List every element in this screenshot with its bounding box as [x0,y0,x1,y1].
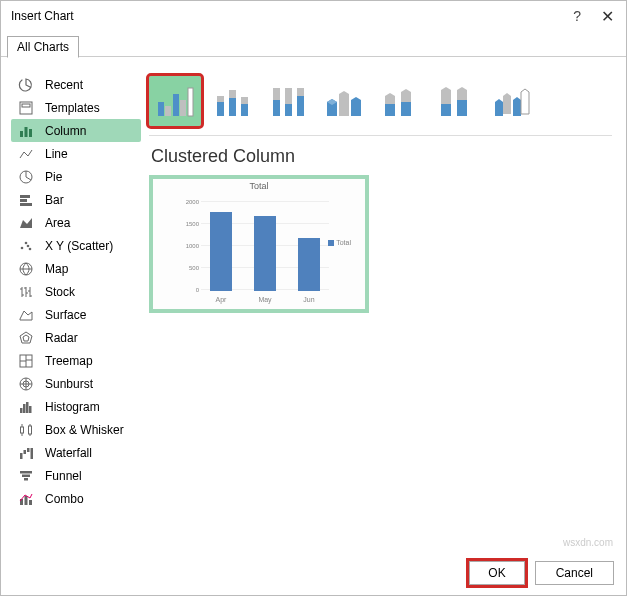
map-icon [17,260,35,278]
tabstrip: All Charts [1,31,626,57]
sidebar-item-line[interactable]: Line [11,142,141,165]
svg-rect-20 [23,404,26,413]
sidebar-item-histogram[interactable]: Histogram [11,395,141,418]
svg-rect-30 [22,474,30,477]
sidebar-item-funnel[interactable]: Funnel [11,464,141,487]
sidebar-item-label: Column [45,124,86,138]
svg-rect-40 [217,102,224,116]
sidebar-item-label: Radar [45,331,78,345]
svg-rect-42 [229,98,236,116]
subtype-stacked-column[interactable] [205,76,257,126]
sidebar-item-label: Area [45,216,70,230]
cancel-button[interactable]: Cancel [535,561,614,585]
svg-rect-33 [25,496,28,505]
sidebar-item-box-whisker[interactable]: Box & Whisker [11,418,141,441]
sidebar-item-label: Map [45,262,68,276]
tab-all-charts[interactable]: All Charts [7,36,79,58]
svg-rect-49 [285,88,292,104]
bar-jun [298,238,320,291]
svg-rect-29 [20,471,32,474]
sidebar-item-label: Recent [45,78,83,92]
histogram-icon [17,398,35,416]
svg-rect-6 [20,195,30,198]
svg-point-11 [29,247,32,250]
treemap-icon [17,352,35,370]
sidebar-item-label: Waterfall [45,446,92,460]
sidebar-item-column[interactable]: Column [11,119,141,142]
subtype-100-stacked-column[interactable] [261,76,313,126]
dialog-title: Insert Chart [11,9,573,23]
bar-may [254,216,276,291]
svg-rect-24 [29,426,32,434]
sidebar-item-label: Sunburst [45,377,93,391]
svg-rect-7 [20,199,27,202]
templates-icon [17,99,35,117]
sidebar-item-recent[interactable]: Recent [11,73,141,96]
sidebar-item-area[interactable]: Area [11,211,141,234]
svg-rect-2 [20,131,23,137]
ok-button[interactable]: OK [469,561,524,585]
sidebar-item-waterfall[interactable]: Waterfall [11,441,141,464]
bars [201,201,329,291]
sidebar-item-stock[interactable]: Stock [11,280,141,303]
sidebar-item-label: X Y (Scatter) [45,239,113,253]
sidebar-item-label: Line [45,147,68,161]
svg-rect-36 [165,106,171,116]
svg-rect-34 [29,500,32,505]
sidebar-item-bar[interactable]: Bar [11,188,141,211]
subtype-3d-clustered-column[interactable] [317,76,369,126]
svg-rect-43 [229,90,236,98]
sidebar-item-label: Combo [45,492,84,506]
svg-rect-51 [297,88,304,96]
svg-rect-50 [297,96,304,116]
sidebar-item-scatter[interactable]: X Y (Scatter) [11,234,141,257]
funnel-icon [17,467,35,485]
svg-rect-22 [29,406,32,413]
svg-rect-37 [173,94,179,116]
svg-rect-39 [188,88,193,116]
sidebar-item-label: Box & Whisker [45,423,124,437]
sidebar-item-label: Bar [45,193,64,207]
insert-chart-dialog: Insert Chart ? ✕ All Charts Recent Templ… [0,0,627,596]
chart-preview[interactable]: Total 2000 1500 1000 500 0 [149,175,369,313]
svg-rect-46 [273,100,280,116]
svg-rect-48 [285,104,292,116]
sidebar-item-label: Surface [45,308,86,322]
subtype-3d-stacked-column[interactable] [373,76,425,126]
svg-rect-38 [180,100,186,116]
svg-rect-21 [26,402,29,413]
chart-type-title: Clustered Column [151,146,612,167]
svg-rect-45 [241,97,248,104]
sidebar-item-surface[interactable]: Surface [11,303,141,326]
recent-icon [17,76,35,94]
legend: Total [328,239,351,246]
subtype-3d-100-stacked-column[interactable] [429,76,481,126]
sidebar-item-label: Histogram [45,400,100,414]
svg-rect-47 [273,88,280,100]
sidebar-item-treemap[interactable]: Treemap [11,349,141,372]
subtype-3d-column[interactable] [485,76,537,126]
stock-icon [17,283,35,301]
svg-rect-27 [27,448,30,452]
sidebar-item-radar[interactable]: Radar [11,326,141,349]
line-icon [17,145,35,163]
svg-rect-31 [24,478,28,481]
svg-rect-35 [158,102,164,116]
scatter-icon [17,237,35,255]
svg-marker-15 [23,335,29,341]
sidebar-item-map[interactable]: Map [11,257,141,280]
sidebar-item-label: Templates [45,101,100,115]
sidebar-item-pie[interactable]: Pie [11,165,141,188]
help-button[interactable]: ? [573,8,581,24]
close-button[interactable]: ✕ [601,7,614,26]
preview-plot-area: 2000 1500 1000 500 0 Apr May Jun [179,187,357,291]
svg-point-12 [27,244,30,247]
sidebar-item-combo[interactable]: Combo [11,487,141,510]
sidebar-item-sunburst[interactable]: Sunburst [11,372,141,395]
sidebar-item-templates[interactable]: Templates [11,96,141,119]
sidebar-item-label: Treemap [45,354,93,368]
pie-icon [17,168,35,186]
svg-rect-25 [20,453,23,459]
surface-icon [17,306,35,324]
subtype-clustered-column[interactable] [149,76,201,126]
